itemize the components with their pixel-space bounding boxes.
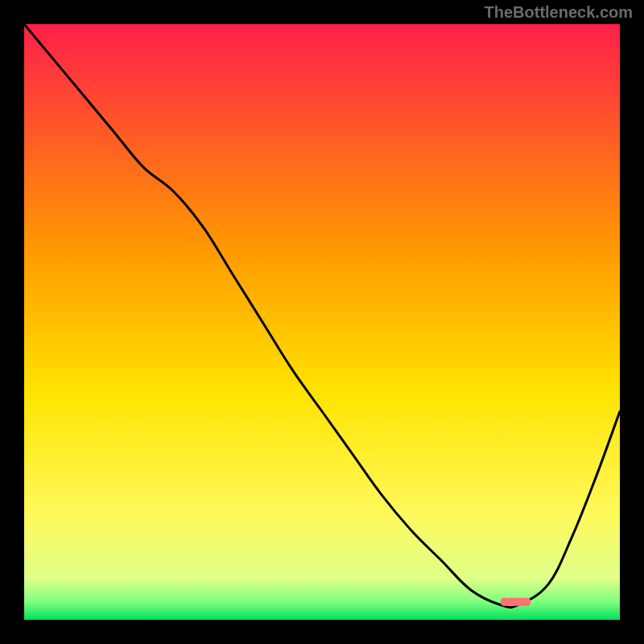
attribution-label: TheBottleneck.com	[485, 3, 633, 22]
optimal-range-marker	[501, 598, 530, 606]
chart-svg	[24, 24, 620, 620]
gradient-background	[24, 24, 620, 620]
chart-plot-area	[24, 24, 620, 620]
